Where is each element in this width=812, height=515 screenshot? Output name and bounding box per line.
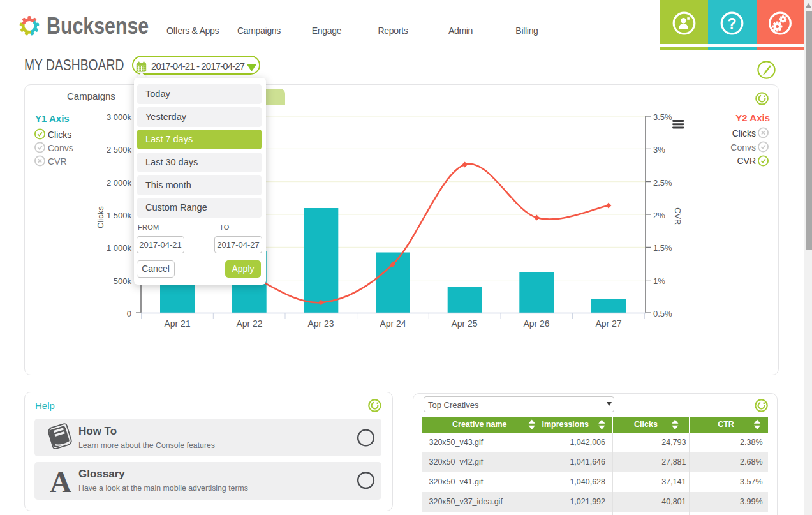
svg-text:A: A: [50, 465, 71, 498]
